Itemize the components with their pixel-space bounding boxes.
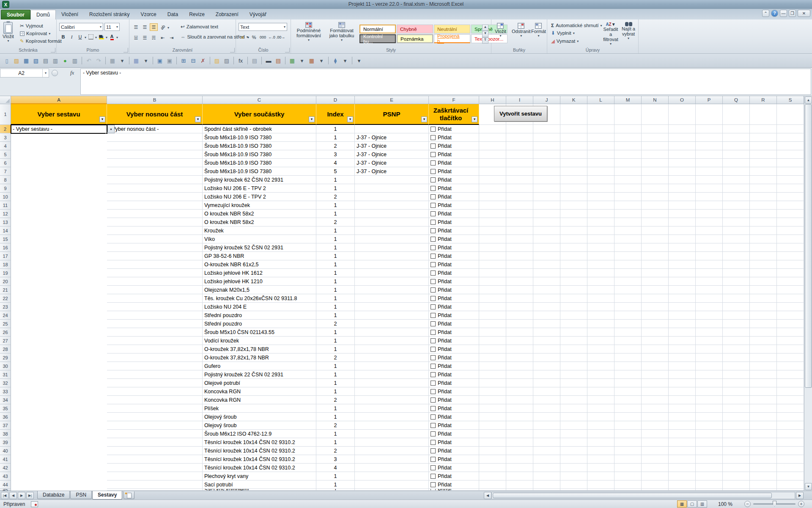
checkbox-cell-F11[interactable]: Přidat [429,201,479,210]
empty-cell[interactable] [614,226,642,235]
group-icon[interactable]: ⊞ [179,56,188,65]
row-header-18[interactable]: 18 [0,260,11,269]
empty-cell[interactable] [614,370,642,379]
empty-cell[interactable] [723,320,750,328]
empty-cell[interactable] [777,167,804,176]
column-header-P[interactable]: P [696,96,723,104]
empty-cell[interactable] [479,226,506,235]
empty-cell[interactable] [696,260,723,269]
cell-A35[interactable] [11,404,107,413]
row-header-17[interactable]: 17 [0,252,11,260]
fill-color-button[interactable]: ⛟ [97,33,105,41]
empty-cell[interactable] [614,184,642,193]
empty-cell[interactable] [777,472,804,480]
empty-cell[interactable] [696,193,723,201]
empty-cell[interactable] [614,421,642,430]
empty-cell[interactable] [560,370,587,379]
empty-cell[interactable] [642,133,669,142]
empty-cell[interactable] [533,464,560,472]
cell-A19[interactable] [11,269,107,277]
empty-cell[interactable] [587,472,614,480]
empty-cell[interactable] [614,235,642,243]
pridat-checkbox[interactable] [431,414,436,420]
empty-cell[interactable] [614,159,642,167]
cell-B10[interactable] [107,193,203,201]
cell-C7[interactable]: Šroub M6x18-10.9 ISO 7380 [203,167,316,176]
insert-worksheet-tab[interactable] [123,491,134,499]
empty-cell[interactable] [669,480,696,489]
cell-C35[interactable]: Plíšek [203,404,316,413]
empty-cell[interactable] [669,252,696,260]
pridat-checkbox[interactable] [431,144,436,149]
cell-C20[interactable]: Ložisko jehlové HK 1210 [203,277,316,286]
empty-cell[interactable] [479,150,506,159]
empty-cell[interactable] [587,218,614,226]
column-header-J[interactable]: J [533,96,560,104]
vertical-scroll-thumb[interactable] [805,104,812,388]
empty-cell[interactable] [723,104,750,125]
empty-cell[interactable] [777,142,804,150]
empty-cell[interactable] [533,210,560,218]
cell-E25[interactable] [355,320,429,328]
sheet-tab-psn[interactable]: PSN [70,491,92,499]
checkbox-cell-F10[interactable]: Přidat [429,193,479,201]
cell-B37[interactable] [107,421,203,430]
pridat-checkbox[interactable] [431,304,436,309]
cell-B7[interactable] [107,167,203,176]
cell-D26[interactable]: 1 [316,328,355,337]
empty-cell[interactable] [723,193,750,201]
cell-E40[interactable] [355,447,429,455]
empty-cell[interactable] [723,167,750,176]
bold-button[interactable]: B [59,33,67,41]
empty-cell[interactable] [723,243,750,252]
cell-B2[interactable]: - Vyber nosnou část - [107,125,203,133]
empty-cell[interactable] [777,193,804,201]
empty-cell[interactable] [614,404,642,413]
empty-cell[interactable] [587,243,614,252]
empty-cell[interactable] [642,464,669,472]
pridat-checkbox[interactable] [431,448,436,453]
empty-cell[interactable] [479,286,506,294]
empty-cell[interactable] [777,218,804,226]
empty-cell[interactable] [533,328,560,337]
cell-C40[interactable]: Těsnící kroužek 10x14 ČSN 02 9310.2 [203,447,316,455]
cell-B18[interactable] [107,260,203,269]
empty-cell[interactable] [479,472,506,480]
empty-cell[interactable] [560,387,587,396]
checkbox-cell-F37[interactable]: Přidat [429,421,479,430]
pridat-checkbox[interactable] [431,194,436,199]
empty-cell[interactable] [614,150,642,159]
empty-cell[interactable] [506,396,533,404]
empty-cell[interactable] [777,328,804,337]
new-file-icon[interactable]: ▯ [3,56,11,65]
empty-cell[interactable] [560,269,587,277]
cell-D4[interactable]: 2 [316,142,355,150]
cell-B36[interactable] [107,413,203,421]
align-left-icon[interactable]: ☱ [132,34,140,41]
empty-cell[interactable] [479,447,506,455]
empty-cell[interactable] [669,218,696,226]
print-preview-icon[interactable]: ▤ [41,56,50,65]
tab-rozlo-en-str-nky[interactable]: Rozložení stránky [84,10,135,19]
row-header-34[interactable]: 34 [0,396,11,404]
empty-cell[interactable] [777,455,804,464]
row-header-21[interactable]: 21 [0,286,11,294]
cell-B21[interactable] [107,286,203,294]
pridat-checkbox[interactable] [431,406,436,411]
empty-cell[interactable] [669,104,696,125]
empty-cell[interactable] [723,353,750,362]
row-header-33[interactable]: 33 [0,387,11,396]
row-header-27[interactable]: 27 [0,337,11,345]
empty-cell[interactable] [560,421,587,430]
cell-D7[interactable]: 5 [316,167,355,176]
empty-cell[interactable] [696,455,723,464]
empty-cell[interactable] [696,176,723,184]
cell-D39[interactable]: 1 [316,438,355,447]
empty-cell[interactable] [696,133,723,142]
cell-D43[interactable]: 1 [316,472,355,480]
empty-cell[interactable] [587,260,614,269]
cell-C4[interactable]: Šroub M6x18-10.9 ISO 7380 [203,142,316,150]
header-cell-index[interactable]: Index ▾ [316,104,355,125]
cell-A42[interactable] [11,464,107,472]
cell-A29[interactable] [11,353,107,362]
